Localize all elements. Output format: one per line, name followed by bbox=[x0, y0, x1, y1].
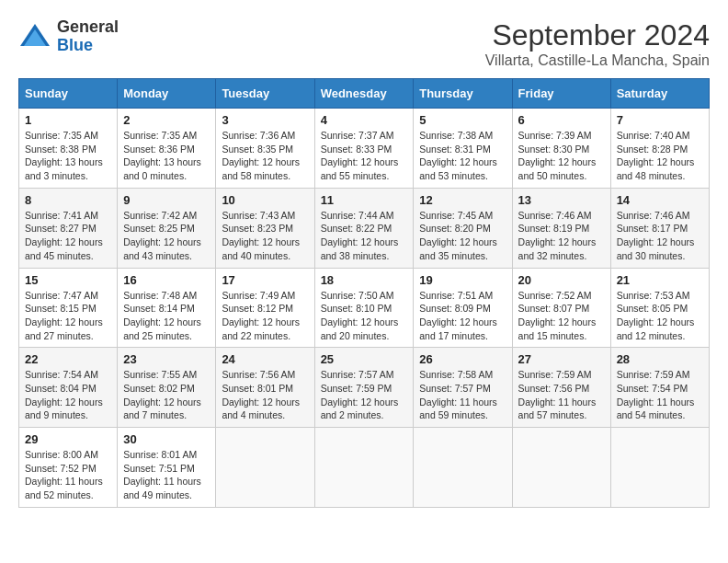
calendar-day-cell bbox=[414, 428, 512, 508]
day-number: 12 bbox=[419, 193, 506, 207]
day-info: Sunrise: 7:52 AM Sunset: 8:07 PM Dayligh… bbox=[518, 289, 605, 343]
day-number: 5 bbox=[419, 113, 506, 127]
day-info: Sunrise: 7:58 AM Sunset: 7:57 PM Dayligh… bbox=[419, 368, 506, 422]
calendar-day-cell: 10Sunrise: 7:43 AM Sunset: 8:23 PM Dayli… bbox=[216, 188, 314, 268]
day-info: Sunrise: 8:00 AM Sunset: 7:52 PM Dayligh… bbox=[25, 448, 111, 502]
day-number: 10 bbox=[222, 193, 308, 207]
day-number: 18 bbox=[321, 273, 408, 287]
day-info: Sunrise: 7:53 AM Sunset: 8:05 PM Dayligh… bbox=[617, 289, 703, 343]
calendar-day-cell: 12Sunrise: 7:45 AM Sunset: 8:20 PM Dayli… bbox=[414, 188, 512, 268]
weekday-header: Wednesday bbox=[314, 79, 414, 109]
calendar-day-cell bbox=[216, 428, 314, 508]
calendar-day-cell: 11Sunrise: 7:44 AM Sunset: 8:22 PM Dayli… bbox=[314, 188, 414, 268]
day-info: Sunrise: 7:40 AM Sunset: 8:28 PM Dayligh… bbox=[617, 129, 703, 183]
calendar-day-cell: 26Sunrise: 7:58 AM Sunset: 7:57 PM Dayli… bbox=[414, 348, 512, 428]
day-info: Sunrise: 7:44 AM Sunset: 8:22 PM Dayligh… bbox=[321, 209, 408, 263]
day-info: Sunrise: 7:51 AM Sunset: 8:09 PM Dayligh… bbox=[419, 289, 506, 343]
logo-text: General Blue bbox=[57, 18, 119, 55]
calendar-day-cell: 25Sunrise: 7:57 AM Sunset: 7:59 PM Dayli… bbox=[314, 348, 414, 428]
calendar-day-cell: 24Sunrise: 7:56 AM Sunset: 8:01 PM Dayli… bbox=[216, 348, 314, 428]
calendar-day-cell: 16Sunrise: 7:48 AM Sunset: 8:14 PM Dayli… bbox=[118, 268, 216, 348]
weekday-header: Tuesday bbox=[216, 79, 314, 109]
day-info: Sunrise: 8:01 AM Sunset: 7:51 PM Dayligh… bbox=[123, 448, 210, 502]
page-header: General Blue September 2024 Villarta, Ca… bbox=[18, 18, 710, 69]
day-info: Sunrise: 7:38 AM Sunset: 8:31 PM Dayligh… bbox=[419, 129, 506, 183]
day-number: 22 bbox=[25, 352, 111, 366]
calendar-day-cell: 20Sunrise: 7:52 AM Sunset: 8:07 PM Dayli… bbox=[512, 268, 610, 348]
day-info: Sunrise: 7:59 AM Sunset: 7:54 PM Dayligh… bbox=[617, 368, 703, 422]
day-info: Sunrise: 7:42 AM Sunset: 8:25 PM Dayligh… bbox=[123, 209, 210, 263]
title-block: September 2024 Villarta, Castille-La Man… bbox=[485, 18, 710, 69]
logo-icon bbox=[18, 20, 51, 53]
day-number: 7 bbox=[617, 113, 703, 127]
day-info: Sunrise: 7:59 AM Sunset: 7:56 PM Dayligh… bbox=[518, 368, 605, 422]
day-number: 1 bbox=[25, 113, 111, 127]
calendar-day-cell bbox=[610, 428, 709, 508]
day-number: 14 bbox=[617, 193, 703, 207]
calendar-day-cell: 7Sunrise: 7:40 AM Sunset: 8:28 PM Daylig… bbox=[610, 109, 709, 189]
location: Villarta, Castille-La Mancha, Spain bbox=[485, 52, 710, 69]
day-number: 11 bbox=[321, 193, 408, 207]
day-number: 25 bbox=[321, 352, 408, 366]
day-info: Sunrise: 7:49 AM Sunset: 8:12 PM Dayligh… bbox=[222, 289, 308, 343]
calendar-day-cell: 9Sunrise: 7:42 AM Sunset: 8:25 PM Daylig… bbox=[118, 188, 216, 268]
calendar-day-cell: 27Sunrise: 7:59 AM Sunset: 7:56 PM Dayli… bbox=[512, 348, 610, 428]
calendar-week-row: 29Sunrise: 8:00 AM Sunset: 7:52 PM Dayli… bbox=[19, 428, 710, 508]
day-number: 20 bbox=[518, 273, 605, 287]
calendar-day-cell: 1Sunrise: 7:35 AM Sunset: 8:38 PM Daylig… bbox=[19, 109, 118, 189]
weekday-header: Thursday bbox=[414, 79, 512, 109]
day-number: 28 bbox=[617, 352, 703, 366]
calendar-day-cell: 6Sunrise: 7:39 AM Sunset: 8:30 PM Daylig… bbox=[512, 109, 610, 189]
day-number: 2 bbox=[123, 113, 210, 127]
day-number: 27 bbox=[518, 352, 605, 366]
day-info: Sunrise: 7:56 AM Sunset: 8:01 PM Dayligh… bbox=[222, 368, 308, 422]
weekday-header: Monday bbox=[118, 79, 216, 109]
day-number: 29 bbox=[25, 432, 111, 446]
month-title: September 2024 bbox=[485, 18, 710, 52]
calendar-table: SundayMondayTuesdayWednesdayThursdayFrid… bbox=[18, 78, 710, 508]
calendar-day-cell bbox=[512, 428, 610, 508]
weekday-header: Friday bbox=[512, 79, 610, 109]
calendar-day-cell: 3Sunrise: 7:36 AM Sunset: 8:35 PM Daylig… bbox=[216, 109, 314, 189]
day-number: 13 bbox=[518, 193, 605, 207]
day-number: 9 bbox=[123, 193, 210, 207]
calendar-day-cell: 5Sunrise: 7:38 AM Sunset: 8:31 PM Daylig… bbox=[414, 109, 512, 189]
calendar-week-row: 1Sunrise: 7:35 AM Sunset: 8:38 PM Daylig… bbox=[19, 109, 710, 189]
day-number: 6 bbox=[518, 113, 605, 127]
day-info: Sunrise: 7:57 AM Sunset: 7:59 PM Dayligh… bbox=[321, 368, 408, 422]
calendar-day-cell: 30Sunrise: 8:01 AM Sunset: 7:51 PM Dayli… bbox=[118, 428, 216, 508]
day-info: Sunrise: 7:41 AM Sunset: 8:27 PM Dayligh… bbox=[25, 209, 111, 263]
day-info: Sunrise: 7:35 AM Sunset: 8:38 PM Dayligh… bbox=[25, 129, 111, 183]
day-info: Sunrise: 7:37 AM Sunset: 8:33 PM Dayligh… bbox=[321, 129, 408, 183]
day-info: Sunrise: 7:45 AM Sunset: 8:20 PM Dayligh… bbox=[419, 209, 506, 263]
day-number: 3 bbox=[222, 113, 308, 127]
calendar-day-cell: 17Sunrise: 7:49 AM Sunset: 8:12 PM Dayli… bbox=[216, 268, 314, 348]
day-number: 24 bbox=[222, 352, 308, 366]
calendar-day-cell: 22Sunrise: 7:54 AM Sunset: 8:04 PM Dayli… bbox=[19, 348, 118, 428]
calendar-day-cell: 19Sunrise: 7:51 AM Sunset: 8:09 PM Dayli… bbox=[414, 268, 512, 348]
calendar-day-cell: 4Sunrise: 7:37 AM Sunset: 8:33 PM Daylig… bbox=[314, 109, 414, 189]
day-info: Sunrise: 7:43 AM Sunset: 8:23 PM Dayligh… bbox=[222, 209, 308, 263]
weekday-header: Saturday bbox=[610, 79, 709, 109]
calendar-day-cell bbox=[314, 428, 414, 508]
day-number: 15 bbox=[25, 273, 111, 287]
day-info: Sunrise: 7:35 AM Sunset: 8:36 PM Dayligh… bbox=[123, 129, 210, 183]
day-number: 4 bbox=[321, 113, 408, 127]
day-info: Sunrise: 7:54 AM Sunset: 8:04 PM Dayligh… bbox=[25, 368, 111, 422]
day-number: 26 bbox=[419, 352, 506, 366]
day-info: Sunrise: 7:46 AM Sunset: 8:17 PM Dayligh… bbox=[617, 209, 703, 263]
calendar-week-row: 8Sunrise: 7:41 AM Sunset: 8:27 PM Daylig… bbox=[19, 188, 710, 268]
day-number: 21 bbox=[617, 273, 703, 287]
day-number: 17 bbox=[222, 273, 308, 287]
day-number: 23 bbox=[123, 352, 210, 366]
calendar-day-cell: 13Sunrise: 7:46 AM Sunset: 8:19 PM Dayli… bbox=[512, 188, 610, 268]
day-info: Sunrise: 7:48 AM Sunset: 8:14 PM Dayligh… bbox=[123, 289, 210, 343]
day-number: 16 bbox=[123, 273, 210, 287]
weekday-header: Sunday bbox=[19, 79, 118, 109]
calendar-day-cell: 15Sunrise: 7:47 AM Sunset: 8:15 PM Dayli… bbox=[19, 268, 118, 348]
day-info: Sunrise: 7:50 AM Sunset: 8:10 PM Dayligh… bbox=[321, 289, 408, 343]
calendar-day-cell: 2Sunrise: 7:35 AM Sunset: 8:36 PM Daylig… bbox=[118, 109, 216, 189]
day-info: Sunrise: 7:47 AM Sunset: 8:15 PM Dayligh… bbox=[25, 289, 111, 343]
calendar-day-cell: 23Sunrise: 7:55 AM Sunset: 8:02 PM Dayli… bbox=[118, 348, 216, 428]
weekday-header-row: SundayMondayTuesdayWednesdayThursdayFrid… bbox=[19, 79, 710, 109]
